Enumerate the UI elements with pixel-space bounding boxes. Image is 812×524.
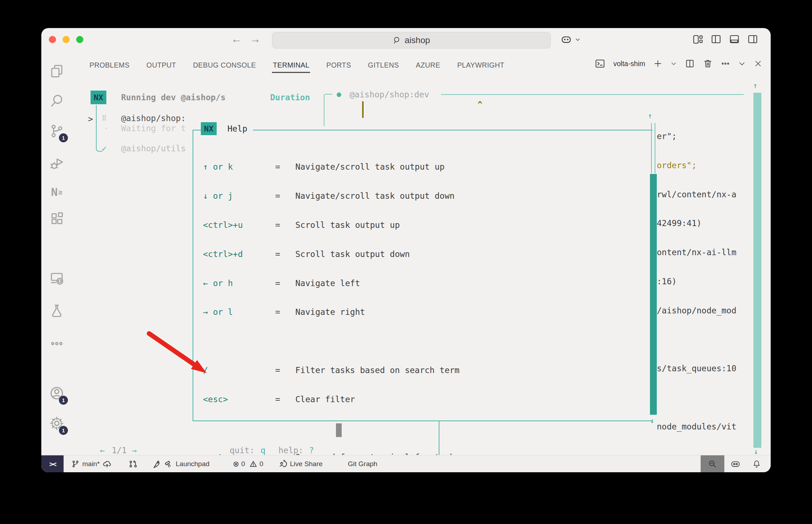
more-actions-icon[interactable]: [721, 59, 730, 68]
sidebar-item-search[interactable]: [46, 91, 67, 111]
search-value: aishop: [405, 35, 430, 45]
task-spinner-icon: ⠿: [102, 114, 107, 122]
clipped-text: :16): [657, 277, 677, 286]
task-row-utils[interactable]: @aishop/utils: [121, 144, 193, 153]
more-views-ellipsis-icon[interactable]: [46, 334, 67, 354]
terminal-instance-name[interactable]: volta-shim: [613, 60, 645, 68]
help-row: ↓ or j=Navigate/scroll task output down: [203, 191, 652, 201]
git-compare-status-item[interactable]: [129, 455, 137, 472]
terminal-block-cursor: [336, 423, 342, 437]
vscode-window: ← → aishop: [41, 28, 771, 472]
bell-icon: [752, 459, 761, 469]
close-traffic-light[interactable]: [49, 36, 56, 43]
zoom-out-icon: [708, 459, 717, 469]
back-arrow-icon[interactable]: ←: [231, 33, 242, 45]
remote-indicator[interactable]: ><: [41, 455, 64, 472]
task-subdot: ·: [104, 124, 109, 133]
toggle-sidebar-right-icon[interactable]: [747, 34, 758, 45]
pager-page-indicator: 1/1: [112, 446, 127, 455]
sidebar-item-source-control[interactable]: 1: [46, 121, 67, 141]
live-share-status-item[interactable]: Live Share: [278, 455, 323, 472]
tab-terminal[interactable]: TERMINAL: [273, 60, 309, 70]
quit-hint-label: quit:: [230, 446, 254, 455]
outer-scroll-up-icon[interactable]: ↑: [753, 81, 757, 90]
clipped-text: ontent/nx-ai-llm: [657, 248, 737, 257]
forward-arrow-icon[interactable]: →: [250, 33, 261, 45]
cursor-bar: [362, 101, 364, 118]
clipped-text: rwl/content/nx-a: [657, 190, 737, 199]
toggle-sidebar-left-icon[interactable]: [711, 34, 721, 45]
customize-layout-icon[interactable]: [692, 34, 703, 45]
git-graph-status-item[interactable]: Git Graph: [348, 455, 377, 472]
split-terminal-icon[interactable]: [685, 59, 695, 69]
sidebar-item-run-debug[interactable]: [46, 153, 67, 173]
minimize-traffic-light[interactable]: [63, 36, 70, 43]
clipped-text: /aishop/node_mod: [657, 306, 737, 315]
output-pane-top-line: [441, 94, 744, 95]
tab-output[interactable]: OUTPUT: [147, 60, 176, 70]
close-panel-icon[interactable]: [754, 59, 762, 68]
help-row: ← or h=Navigate left: [203, 278, 652, 288]
accounts-icon[interactable]: 1: [46, 383, 67, 403]
command-center-search[interactable]: aishop: [272, 32, 551, 49]
quit-hint-key: q: [260, 446, 266, 455]
errors-count: 0: [241, 460, 245, 468]
help-row-blank: [203, 336, 652, 346]
rocket-icon: [153, 460, 161, 468]
sidebar-item-remote-explorer[interactable]: [46, 268, 67, 288]
adjacent-output-column: er"; orders"; rwl/content/nx-a 42499:41)…: [657, 113, 752, 472]
source-control-badge: 1: [59, 133, 68, 142]
settings-gear-icon[interactable]: 1: [46, 413, 67, 433]
clipped-text: 42499:41): [657, 219, 702, 228]
output-pane-corner: [324, 94, 332, 126]
toggle-panel-icon[interactable]: [729, 34, 740, 45]
clipped-text: node_modules/vit: [657, 422, 737, 431]
tab-ports[interactable]: PORTS: [326, 60, 351, 70]
clipped-text: s/task_queues:10: [657, 364, 737, 373]
outer-scrollbar[interactable]: [753, 93, 761, 448]
scrollbar-thumb[interactable]: [650, 174, 657, 415]
tab-debug-console[interactable]: DEBUG CONSOLE: [193, 60, 256, 70]
sidebar-item-testing[interactable]: [46, 300, 67, 321]
scroll-down-icon[interactable]: ↓: [650, 416, 654, 425]
remote-icon: ><: [50, 460, 56, 468]
help-row: → or l=Navigate right: [203, 307, 652, 317]
launch-profile-chevron-icon[interactable]: [670, 60, 677, 67]
branch-name: main*: [82, 460, 100, 468]
help-shortcut-list: ↑ or k=Navigate/scroll task output up ↓ …: [203, 143, 652, 472]
help-row: /=Filter tasks based on search term: [203, 365, 652, 376]
help-row-blank: [203, 423, 652, 433]
tab-azure[interactable]: AZURE: [416, 60, 440, 70]
duration-label: Duration: [270, 93, 310, 102]
branch-status-item[interactable]: main*: [71, 455, 111, 472]
zoom-traffic-light[interactable]: [76, 36, 83, 43]
tab-playwright[interactable]: PLAYWRIGHT: [457, 60, 504, 70]
task-list-header: Running dev @aishop/s: [121, 93, 226, 102]
task-row-shop[interactable]: @aishop/shop:: [121, 114, 193, 123]
copilot-icon: [730, 459, 741, 469]
screencast-zoom-item[interactable]: [701, 455, 724, 472]
kill-terminal-trash-icon[interactable]: [703, 59, 713, 69]
pager-next-icon[interactable]: →: [132, 446, 137, 455]
panel-chevron-down-icon[interactable]: [738, 60, 746, 68]
warnings-count: 0: [259, 460, 263, 468]
scrollbar-track[interactable]: [651, 123, 655, 173]
problems-status-item[interactable]: ⊗ 0 0: [233, 455, 263, 472]
sidebar-item-explorer[interactable]: [46, 61, 67, 81]
copilot-status-item[interactable]: [730, 455, 741, 472]
notifications-status-item[interactable]: [752, 455, 761, 472]
outer-scroll-down-icon[interactable]: ↓: [754, 447, 758, 456]
copilot-icon[interactable]: [560, 34, 572, 45]
tab-problems[interactable]: PROBLEMS: [89, 60, 130, 70]
scroll-up-icon[interactable]: ↑: [648, 111, 652, 120]
sidebar-item-nx-console[interactable]: N≥: [46, 182, 67, 202]
sidebar-item-extensions[interactable]: [46, 208, 67, 229]
chevron-down-icon[interactable]: [575, 37, 581, 42]
launchpad-status-item[interactable]: Launchpad: [153, 455, 209, 472]
pager-prev-icon[interactable]: ←: [100, 446, 105, 455]
task-check-icon: ✓: [102, 144, 107, 153]
new-terminal-icon[interactable]: [653, 59, 663, 68]
nx-logo-n: N: [51, 185, 58, 198]
tab-gitlens[interactable]: GITLENS: [368, 60, 399, 70]
help-hint-key: ?: [309, 446, 314, 455]
